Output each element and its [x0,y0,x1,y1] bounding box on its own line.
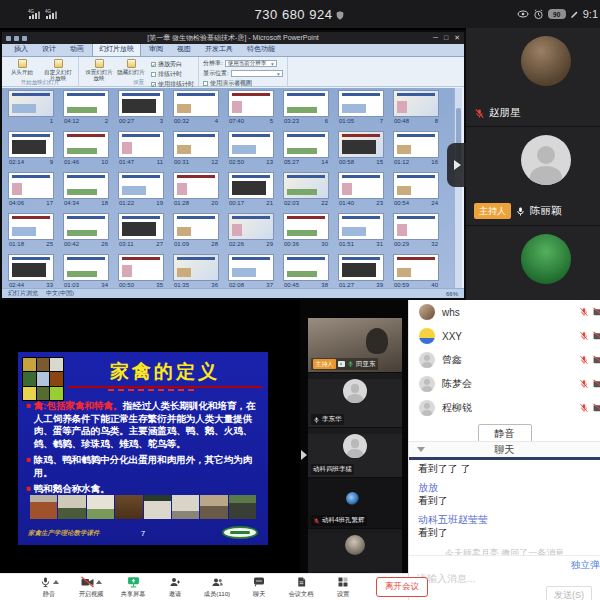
slide-thumbnail[interactable] [118,90,164,117]
slide-thumbnail[interactable] [338,254,384,281]
sidebar-collapse-tab[interactable] [447,143,468,187]
slide-thumbnail-cell[interactable]: 01:28 20 [169,172,223,212]
ribbon-tab[interactable]: 视图 [171,43,197,56]
slide-thumbnail[interactable] [118,213,164,240]
chat-message-input[interactable] [415,572,590,585]
member-row[interactable]: 曾鑫 [409,348,600,372]
slide-thumbnail-cell[interactable]: 01:46 10 [59,131,113,171]
meeting-docs-button[interactable]: 会议文档 [286,576,316,599]
popout-chat-link[interactable]: 独立弹出 [571,559,600,572]
invite-button[interactable]: 邀请 [160,576,190,599]
leave-meeting-button[interactable]: 离开会议 [376,577,428,597]
settings-button[interactable]: 设置 [328,576,358,599]
slide-thumbnail-cell[interactable]: 00:27 3 [114,90,168,130]
slide-thumbnail-cell[interactable]: 00:42 26 [59,213,113,253]
slide-thumbnail[interactable] [393,131,439,158]
powerpoint-window[interactable]: [第一章 微生物检验基础技术-唐] - Microsoft PowerPoint… [0,30,466,300]
slide-thumbnail[interactable] [63,90,109,117]
slide-thumbnail-cell[interactable]: 00:17 21 [224,172,278,212]
ribbon-tab[interactable]: 动画 [64,43,90,56]
chevron-right-icon[interactable] [301,450,307,460]
vertical-scrollbar[interactable] [454,88,462,294]
slide-thumbnail[interactable] [228,213,274,240]
start-video-button[interactable]: 开启视频 [76,576,106,599]
slide-thumbnail-cell[interactable]: 00:48 8 [389,90,443,130]
ribbon-tab[interactable]: 幻灯片放映 [92,42,141,56]
send-button[interactable]: 发送(S) [546,586,592,600]
ribbon-tab[interactable]: 特色功能 [241,43,281,56]
member-row[interactable]: XXY [409,324,600,348]
member-row[interactable]: whs [409,300,600,324]
slide-thumbnail[interactable] [8,254,54,281]
slide-thumbnail-cell[interactable]: 01:22 19 [114,172,168,212]
slide-thumbnail[interactable] [393,254,439,281]
slide-thumbnail[interactable] [228,131,274,158]
slide-thumbnail[interactable] [228,90,274,117]
slide-thumbnail[interactable] [63,172,109,199]
slide-thumbnail[interactable] [63,213,109,240]
video-tile[interactable]: 动科四班李猛 [308,434,402,478]
slide-thumbnail[interactable] [283,213,329,240]
ribbon-checkbox[interactable]: 排练计时 [151,70,194,79]
slide-thumbnail-cell[interactable]: 04:34 18 [59,172,113,212]
slide-thumbnail[interactable] [8,172,54,199]
ribbon-button[interactable]: 设置幻灯片放映 [83,58,115,81]
slide-thumbnail-cell[interactable]: 02:50 13 [224,131,278,171]
slide-thumbnail[interactable] [118,131,164,158]
slide-thumbnail[interactable] [63,254,109,281]
slide-thumbnail-cell[interactable]: 00:32 4 [169,90,223,130]
slide-thumbnail[interactable] [228,254,274,281]
slide-thumbnail[interactable] [338,172,384,199]
slide-thumbnail[interactable] [393,213,439,240]
members-button[interactable]: 成员(110) [202,576,232,599]
slide-thumbnail-cell[interactable]: 02:03 22 [279,172,333,212]
slide-thumbnail-cell[interactable]: 05:27 14 [279,131,333,171]
slide-thumbnail[interactable] [63,131,109,158]
slide-thumbnail[interactable] [283,172,329,199]
slide-thumbnail-cell[interactable]: 00:58 15 [334,131,388,171]
slide-thumbnail-cell[interactable]: 01:12 16 [389,131,443,171]
slide-thumbnail[interactable] [118,254,164,281]
share-screen-button[interactable]: 共享屏幕 [118,576,148,599]
chat-header[interactable]: 聊天 [409,442,600,457]
slide-thumbnail[interactable] [8,90,54,117]
slide-thumbnail-cell[interactable]: 00:29 32 [389,213,443,253]
mute-button[interactable]: 静音 [34,576,64,599]
slide-thumbnail[interactable] [283,90,329,117]
slide-thumbnail-cell[interactable]: 01:40 23 [334,172,388,212]
zoom-controls[interactable]: 66% [446,291,458,297]
slide-thumbnail[interactable] [283,254,329,281]
chevron-up-icon[interactable] [96,580,102,584]
slide-thumbnail-cell[interactable]: 01:05 7 [334,90,388,130]
slide-thumbnail-cell[interactable]: 1 [4,90,58,130]
minimize-button[interactable]: ─ [433,34,438,42]
ribbon-button[interactable]: 自定义幻灯片放映 [42,58,74,81]
slide-thumbnail-cell[interactable]: 01:18 25 [4,213,58,253]
slide-thumbnail[interactable] [338,90,384,117]
chevron-up-icon[interactable] [53,580,59,584]
slide-thumbnail[interactable] [393,172,439,199]
member-row[interactable]: 程柳锐 [409,396,600,420]
dropdown[interactable]: 使用当前分辨率▾ [225,60,277,67]
video-tile[interactable]: 李东华 [308,379,402,428]
slide-thumbnail-cell[interactable]: 01:51 31 [334,213,388,253]
slide-thumbnail[interactable] [8,213,54,240]
video-tile[interactable]: 主持人 田亚东 [308,318,402,373]
slide-thumbnail[interactable] [338,213,384,240]
slide-thumbnail[interactable] [173,213,219,240]
ribbon-tab[interactable]: 设计 [36,43,62,56]
slide-thumbnail[interactable] [283,131,329,158]
ribbon-checkbox[interactable]: 播放旁白 [151,60,194,69]
slide-thumbnail-cell[interactable]: 03:23 6 [279,90,333,130]
ribbon-button[interactable]: 从头开始 [6,58,38,75]
chevron-down-icon[interactable] [417,447,425,452]
ribbon-tab[interactable]: 插入 [8,43,34,56]
slide-thumbnail-cell[interactable]: 04:12 2 [59,90,113,130]
chat-button[interactable]: 聊天 [244,576,274,599]
slide-thumbnail[interactable] [173,131,219,158]
member-row[interactable]: 陈梦会 [409,372,600,396]
ribbon-tab[interactable]: 审阅 [143,43,169,56]
slide-thumbnail-cell[interactable]: 02:14 9 [4,131,58,171]
video-tile[interactable]: 赵朋星 [466,36,600,127]
slide-thumbnail[interactable] [8,131,54,158]
